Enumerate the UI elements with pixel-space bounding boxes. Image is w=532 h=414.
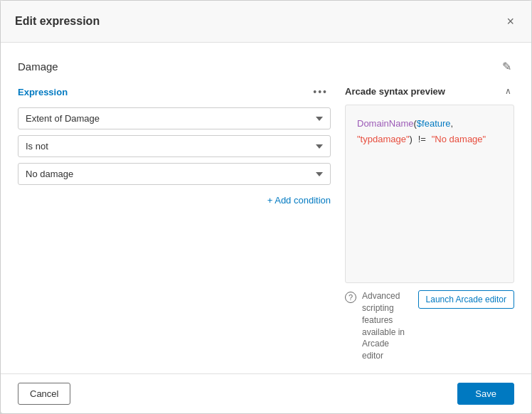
preview-box: DomainName($feature, "typdamage") != "No… (345, 105, 514, 283)
add-condition-button[interactable]: + Add condition (267, 192, 331, 208)
field-dropdown[interactable]: Extent of Damage (18, 107, 331, 129)
value-dropdown[interactable]: No damage Minor damage Moderate damage M… (18, 163, 331, 185)
code-string2: "No damage" (432, 134, 486, 144)
save-button[interactable]: Save (457, 383, 514, 405)
advanced-text: Advanced scripting features available in… (362, 290, 413, 362)
modal-header: Edit expression × (1, 1, 531, 43)
modal-container: Edit expression × Damage ✎ Expression ••… (0, 0, 532, 414)
left-panel: Expression ••• Extent of Damage Is not I… (18, 85, 331, 362)
more-options-button[interactable]: ••• (310, 85, 331, 99)
preview-header: Arcade syntax preview ∧ (345, 85, 514, 97)
cancel-button[interactable]: Cancel (18, 383, 70, 405)
modal-footer: Cancel Save (1, 373, 531, 413)
operator-dropdown[interactable]: Is not Is Greater than Less than (18, 135, 331, 157)
close-button[interactable]: × (504, 12, 517, 31)
edit-icon-button[interactable]: ✎ (499, 57, 514, 76)
code-operator: != (418, 134, 426, 144)
info-icon: ? (345, 292, 356, 303)
right-panel: Arcade syntax preview ∧ DomainName($feat… (345, 85, 514, 362)
dropdowns-container: Extent of Damage Is not Is Greater than … (18, 107, 331, 185)
modal-title: Edit expression (15, 15, 100, 28)
code-function: DomainName (357, 118, 413, 129)
code-variable: $feature (417, 118, 451, 129)
expression-label: Expression (18, 87, 68, 97)
preview-label: Arcade syntax preview (345, 86, 445, 97)
advanced-section: ? Advanced scripting features available … (345, 290, 514, 362)
section-header: Damage ✎ (18, 57, 514, 76)
code-string1: "typdamage" (357, 134, 410, 144)
damage-label: Damage (18, 60, 58, 73)
expression-header: Expression ••• (18, 85, 331, 99)
modal-body: Damage ✎ Expression ••• Extent of Damage… (1, 43, 531, 373)
collapse-preview-button[interactable]: ∧ (502, 85, 514, 97)
content-area: Expression ••• Extent of Damage Is not I… (18, 85, 514, 362)
launch-arcade-button[interactable]: Launch Arcade editor (418, 290, 514, 309)
